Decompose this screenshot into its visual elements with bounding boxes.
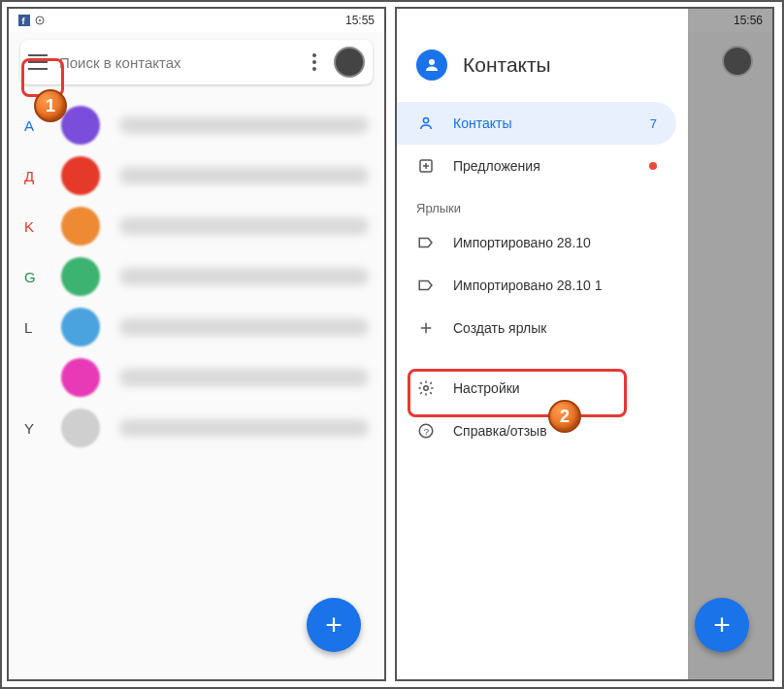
section-letter: L [24, 319, 42, 336]
drawer-title: Контакты [463, 53, 551, 77]
dimmed-avatar [722, 46, 753, 77]
facebook-icon: f [18, 15, 30, 26]
drawer-item-suggestions[interactable]: Предложения [397, 145, 676, 187]
drawer-item-contacts[interactable]: Контакты 7 [397, 102, 676, 145]
svg-point-9 [423, 117, 428, 122]
drawer-item-help[interactable]: ? Справка/отзыв [397, 410, 676, 452]
contact-row[interactable]: G [24, 251, 369, 302]
contact-row[interactable]: A [24, 100, 369, 150]
section-letter: Д [24, 168, 42, 184]
drawer-item-label: Справка/отзыв [453, 423, 657, 439]
svg-point-15 [424, 386, 429, 391]
drawer-item-label: Импортировано 28.10 1 [453, 278, 657, 293]
contact-name-blurred [119, 116, 369, 134]
phone-right: f 15:56 + Контакты Контакты 7 Предложени [395, 7, 774, 681]
drawer-item-label: Контакты [453, 115, 633, 131]
contact-name-blurred [119, 318, 369, 336]
plus-icon [416, 318, 436, 338]
drawer-item-label: Создать ярлык [453, 320, 657, 336]
contact-avatar [61, 308, 100, 346]
notification-dot [649, 162, 657, 170]
contact-row[interactable]: L [24, 302, 369, 352]
nav-drawer: Контакты Контакты 7 Предложения Ярлыки И… [397, 9, 688, 679]
svg-point-3 [39, 19, 41, 21]
drawer-create-label[interactable]: Создать ярлык [397, 307, 676, 349]
person-icon [416, 114, 436, 133]
drawer-item-label: Настройки [453, 380, 657, 396]
drawer-item-label: Импортировано 28.10 [453, 235, 657, 250]
target-icon [34, 15, 46, 26]
contact-row[interactable]: Д [24, 150, 369, 201]
hamburger-icon[interactable] [28, 54, 48, 70]
section-letter: A [24, 117, 42, 134]
phone-left: f 15:55 Поиск в контактах AДKGLY + [7, 7, 386, 681]
contact-avatar [61, 106, 100, 145]
section-letter: Y [24, 420, 42, 437]
drawer-label-import2[interactable]: Импортировано 28.10 1 [397, 264, 676, 307]
clock: 15:55 [345, 14, 375, 27]
contact-row[interactable]: Y [24, 403, 369, 453]
contact-avatar [61, 409, 100, 447]
search-bar[interactable]: Поиск в контактах [20, 40, 373, 84]
contact-avatar [61, 358, 100, 397]
label-icon [416, 276, 436, 295]
contact-name-blurred [119, 419, 369, 437]
drawer-header: Контакты [397, 32, 688, 102]
avatar[interactable] [334, 47, 365, 78]
contact-name-blurred [119, 167, 369, 184]
more-icon[interactable] [307, 53, 322, 71]
contact-name-blurred [119, 268, 369, 285]
fab-add-contact-dimmed: + [695, 598, 749, 652]
contacts-app-icon [416, 49, 447, 81]
contact-name-blurred [119, 369, 369, 386]
suggestions-icon [416, 156, 436, 176]
label-icon [416, 233, 436, 252]
svg-text:?: ? [424, 426, 430, 437]
contact-row[interactable] [24, 352, 369, 403]
drawer-item-label: Предложения [453, 158, 632, 174]
contact-row[interactable]: K [24, 201, 369, 251]
contact-list: AДKGLY [9, 92, 384, 461]
fab-add-contact[interactable]: + [307, 598, 361, 652]
contact-avatar [61, 207, 100, 246]
search-input[interactable]: Поиск в контактах [59, 54, 295, 71]
help-icon: ? [416, 421, 436, 441]
drawer-label-import1[interactable]: Импортировано 28.10 [397, 221, 676, 264]
status-left-icons: f [18, 15, 46, 26]
contact-avatar [61, 257, 100, 296]
contact-name-blurred [119, 217, 369, 235]
status-bar: f 15:55 [9, 9, 384, 32]
svg-point-8 [429, 59, 435, 65]
drawer-item-settings[interactable]: Настройки [397, 367, 676, 410]
section-letter: G [24, 269, 42, 285]
gear-icon [416, 378, 436, 398]
contacts-count: 7 [650, 116, 657, 131]
drawer-section-labels: Ярлыки [397, 187, 688, 221]
section-letter: K [24, 218, 42, 235]
contact-avatar [61, 156, 100, 195]
